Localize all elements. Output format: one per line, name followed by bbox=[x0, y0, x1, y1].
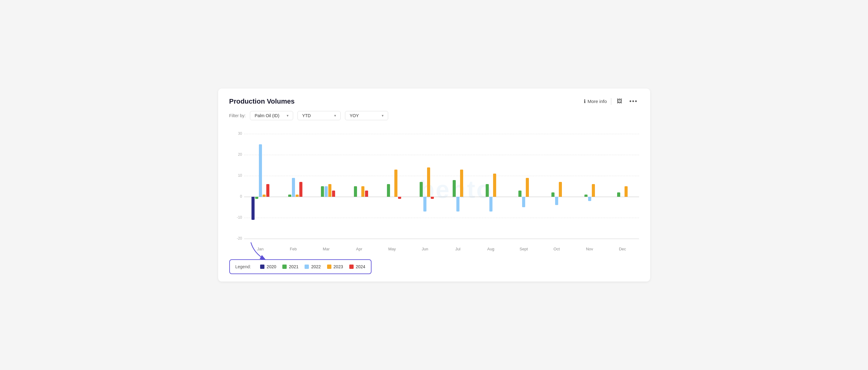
bar-wrap bbox=[617, 134, 620, 239]
month-group bbox=[277, 128, 310, 239]
period-filter[interactable]: YTD ▾ bbox=[298, 111, 341, 120]
bar-wrap bbox=[365, 134, 368, 239]
bar bbox=[489, 197, 493, 211]
bottom-area: Legend: 2020 2021 2022 2023 2024 bbox=[229, 254, 639, 274]
month-group bbox=[507, 128, 540, 239]
bar bbox=[324, 186, 328, 197]
bar-wrap bbox=[423, 134, 427, 239]
bar bbox=[321, 186, 324, 197]
bar bbox=[259, 144, 262, 197]
month-group bbox=[441, 128, 474, 239]
x-axis-label: Dec bbox=[606, 247, 639, 251]
x-axis: JanFebMarAprMayJunJulAugSeptOctNovDec bbox=[244, 247, 639, 251]
bar bbox=[288, 195, 291, 197]
x-axis-label: Jan bbox=[244, 247, 277, 251]
bar-wrap bbox=[398, 134, 401, 239]
x-axis-label: Apr bbox=[343, 247, 376, 251]
legend-year: 2021 bbox=[289, 264, 299, 269]
x-axis-label: May bbox=[375, 247, 408, 251]
chevron-down-icon: ▾ bbox=[287, 113, 288, 118]
bar bbox=[332, 191, 335, 197]
bar-wrap bbox=[460, 134, 463, 239]
bar-wrap bbox=[453, 134, 456, 239]
bar bbox=[592, 184, 595, 197]
bar bbox=[398, 197, 401, 199]
x-axis-label: Feb bbox=[277, 247, 310, 251]
legend-item: 2022 bbox=[305, 264, 320, 269]
month-group bbox=[310, 128, 343, 239]
bar-wrap bbox=[288, 134, 291, 239]
legend-color-dot bbox=[327, 265, 332, 269]
bar-wrap bbox=[551, 134, 555, 239]
bar-wrap bbox=[456, 134, 460, 239]
bar-chart: 3020100-10-20 bbox=[229, 128, 639, 245]
bar-wrap bbox=[394, 134, 397, 239]
bar bbox=[266, 184, 269, 197]
legend-items: 2020 2021 2022 2023 2024 bbox=[260, 264, 365, 269]
bar bbox=[354, 186, 357, 197]
bar bbox=[588, 197, 591, 201]
more-info-button[interactable]: ℹ More info bbox=[584, 98, 607, 104]
commodity-value: Palm Oil (ID) bbox=[254, 113, 279, 118]
dots-icon: ••• bbox=[629, 98, 638, 104]
filters-row: Filter by: Palm Oil (ID) ▾ YTD ▾ YOY ▾ bbox=[229, 111, 639, 120]
bar-wrap bbox=[584, 134, 588, 239]
month-group bbox=[343, 128, 376, 239]
month-group bbox=[474, 128, 507, 239]
bar-wrap bbox=[486, 134, 489, 239]
legend-label: Legend: bbox=[236, 264, 251, 269]
header-actions: ℹ More info 🖼 ••• bbox=[584, 97, 639, 105]
bar-wrap bbox=[592, 134, 595, 239]
legend-year: 2024 bbox=[356, 264, 365, 269]
legend-year: 2022 bbox=[311, 264, 320, 269]
legend-item: 2020 bbox=[260, 264, 276, 269]
image-icon-button[interactable]: 🖼 bbox=[616, 97, 624, 105]
comparison-filter[interactable]: YOY ▾ bbox=[345, 111, 388, 120]
month-group bbox=[573, 128, 606, 239]
bar-wrap bbox=[259, 134, 262, 239]
divider bbox=[611, 98, 611, 105]
info-icon: ℹ bbox=[584, 98, 586, 104]
legend-color-dot bbox=[260, 265, 265, 269]
month-group bbox=[606, 128, 639, 239]
bar-wrap bbox=[427, 134, 430, 239]
commodity-filter[interactable]: Palm Oil (ID) ▾ bbox=[250, 111, 293, 120]
x-axis-label: Nov bbox=[573, 247, 606, 251]
bar bbox=[456, 197, 460, 211]
bar-wrap bbox=[292, 134, 295, 239]
bar-wrap bbox=[624, 134, 628, 239]
legend-item: 2023 bbox=[327, 264, 343, 269]
month-group bbox=[375, 128, 408, 239]
y-axis-label: 20 bbox=[229, 152, 242, 157]
bar bbox=[522, 197, 525, 207]
bar bbox=[251, 197, 254, 220]
y-axis-label: -20 bbox=[229, 236, 242, 240]
bar-wrap bbox=[522, 134, 525, 239]
x-axis-label: Oct bbox=[540, 247, 573, 251]
legend-item: 2021 bbox=[282, 264, 299, 269]
bar bbox=[493, 174, 496, 197]
bar-wrap bbox=[361, 134, 364, 239]
bar-wrap bbox=[266, 134, 269, 239]
period-value: YTD bbox=[302, 113, 311, 118]
bar bbox=[361, 186, 364, 197]
card-header: Production Volumes ℹ More info 🖼 ••• bbox=[229, 97, 639, 105]
image-icon: 🖼 bbox=[617, 98, 622, 104]
bar bbox=[328, 184, 332, 197]
bar bbox=[420, 182, 423, 197]
bar bbox=[431, 197, 434, 199]
bar bbox=[427, 167, 430, 197]
y-axis-label: 30 bbox=[229, 131, 242, 136]
legend-year: 2023 bbox=[334, 264, 343, 269]
bar-wrap bbox=[588, 134, 591, 239]
month-group bbox=[408, 128, 441, 239]
legend-color-dot bbox=[349, 265, 353, 269]
y-axis-label: 10 bbox=[229, 173, 242, 178]
bar-wrap bbox=[251, 134, 254, 239]
bar bbox=[423, 197, 427, 211]
bar bbox=[526, 178, 529, 197]
more-options-button[interactable]: ••• bbox=[628, 97, 639, 105]
bar bbox=[551, 192, 555, 197]
legend-item: 2024 bbox=[349, 264, 365, 269]
bars-area bbox=[244, 128, 639, 239]
